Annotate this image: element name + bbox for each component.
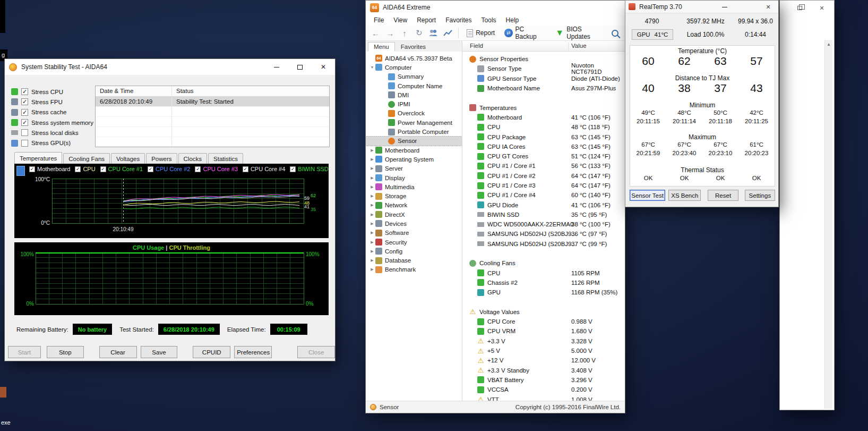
users-icon[interactable] bbox=[428, 29, 439, 37]
tree-item-overclock[interactable]: Overclock bbox=[366, 109, 462, 118]
menu-item-favorites[interactable]: Favorites bbox=[441, 15, 476, 25]
sensor-row-cpu-1-core-4[interactable]: CPU #1 / Core #460 °C (140 °F) bbox=[462, 190, 625, 200]
checkbox[interactable] bbox=[75, 166, 81, 172]
sensor-row-3-3-v-standby[interactable]: ⚠+3.3 V Standby3.408 V bbox=[462, 366, 625, 375]
stress-option-stress-gpu-s[interactable]: Stress GPU(s) bbox=[11, 138, 93, 148]
tree-arrow-icon[interactable]: ▶ bbox=[369, 258, 375, 263]
gpu-temp-box[interactable]: GPU 41°C bbox=[632, 29, 673, 40]
close-button[interactable]: Close bbox=[297, 346, 335, 358]
tree-item-directx[interactable]: ▶DirectX bbox=[366, 210, 462, 219]
tree-item-aida64-v5-75-3937-beta[interactable]: 64AIDA64 v5.75.3937 Beta bbox=[366, 54, 462, 63]
sensor-row-cpu-core[interactable]: CPU Core0.988 V bbox=[462, 317, 625, 326]
menu-item-tools[interactable]: Tools bbox=[477, 15, 501, 25]
sensor-row-5-v[interactable]: ⚠+5 V5.000 V bbox=[462, 346, 625, 356]
tree-item-multimedia[interactable]: ▶Multimedia bbox=[366, 182, 462, 191]
checkbox[interactable] bbox=[290, 166, 296, 172]
log-header-status[interactable]: Status bbox=[172, 86, 329, 96]
stress-option-stress-cpu[interactable]: Stress CPU bbox=[11, 87, 93, 97]
checkbox[interactable] bbox=[21, 98, 28, 105]
refresh-icon[interactable]: ↻ bbox=[414, 28, 425, 38]
sensor-row-cpu-vrm[interactable]: CPU VRM1.680 V bbox=[462, 326, 625, 336]
sensor-row-motherboard-name[interactable]: Motherboard NameAsus Z97M-Plus bbox=[462, 83, 625, 93]
legend-item-biwin-ssd[interactable]: BIWIN SSD bbox=[290, 166, 328, 172]
tree-arrow-icon[interactable]: ▼ bbox=[369, 65, 375, 69]
sensor-row-vtt[interactable]: ⚠VTT1.008 V bbox=[462, 394, 625, 401]
search-icon[interactable] bbox=[612, 30, 618, 37]
desktop-icon[interactable] bbox=[0, 387, 6, 398]
sensor-row-cpu-ia-cores[interactable]: CPU IA Cores63 °C (145 °F) bbox=[462, 142, 625, 151]
tab-temperatures[interactable]: Temperatures bbox=[14, 152, 62, 164]
stress-option-stress-cache[interactable]: Stress cache bbox=[11, 107, 93, 117]
tree-item-summary[interactable]: Summary bbox=[366, 72, 462, 81]
checkbox[interactable] bbox=[148, 166, 153, 172]
legend-item-cpu-core-3[interactable]: CPU Core #3 bbox=[195, 166, 237, 172]
checkbox[interactable] bbox=[243, 166, 248, 172]
tab-cooling-fans[interactable]: Cooling Fans bbox=[63, 153, 110, 164]
sensor-row-cpu[interactable]: CPU48 °C (118 °F) bbox=[462, 122, 625, 132]
xs-bench-button[interactable]: XS Bench bbox=[668, 190, 701, 201]
realtemp-titlebar[interactable]: RealTemp 3.70 ✕ bbox=[625, 1, 778, 13]
reset-button[interactable]: Reset bbox=[708, 190, 738, 201]
tree-arrow-icon[interactable]: ▶ bbox=[369, 240, 375, 244]
tree-item-motherboard[interactable]: ▶Motherboard bbox=[366, 146, 462, 155]
tab-voltages[interactable]: Voltages bbox=[111, 153, 145, 164]
maximize-button[interactable] bbox=[288, 59, 312, 75]
tree-item-database[interactable]: ▶Database bbox=[366, 256, 462, 265]
sensor-row-samsung-hd502hj-s20bj9[interactable]: SAMSUNG HD502HJ (S20BJ9...37 °C (99 °F) bbox=[462, 239, 625, 249]
tree-item-computer[interactable]: ▼Computer bbox=[366, 63, 462, 72]
sensor-row-gpu[interactable]: GPU1168 RPM (35%) bbox=[462, 288, 625, 297]
pc-backup-button[interactable]: ⇄ PC Backup bbox=[501, 24, 549, 42]
tree-item-config[interactable]: ▶Config bbox=[366, 247, 462, 256]
checkbox[interactable] bbox=[29, 166, 35, 172]
save-button[interactable]: Save bbox=[141, 346, 178, 358]
sensor-row-cpu-gt-cores[interactable]: CPU GT Cores51 °C (124 °F) bbox=[462, 151, 625, 161]
menu-item-report[interactable]: Report bbox=[412, 15, 441, 25]
legend-item-cpu-core-1[interactable]: CPU Core #1 bbox=[100, 166, 143, 172]
preferences-button[interactable]: Preferences bbox=[234, 346, 272, 358]
tab-powers[interactable]: Powers bbox=[146, 153, 177, 164]
tree-item-software[interactable]: ▶Software bbox=[366, 229, 462, 238]
sensor-row-biwin-ssd[interactable]: BIWIN SSD35 °C (95 °F) bbox=[462, 210, 625, 219]
close-button[interactable]: ✕ bbox=[759, 1, 777, 13]
tree-item-security[interactable]: ▶Security bbox=[366, 238, 462, 247]
restore-window-button[interactable] bbox=[792, 3, 807, 13]
tree-item-display[interactable]: ▶Display bbox=[366, 173, 462, 182]
minimize-button[interactable] bbox=[716, 1, 734, 13]
sensor-row-cpu[interactable]: CPU1105 RPM bbox=[462, 268, 625, 278]
sensor-row-cpu-1-core-3[interactable]: CPU #1 / Core #364 °C (147 °F) bbox=[462, 181, 625, 190]
sensor-row-12-v[interactable]: ⚠+12 V12.000 V bbox=[462, 356, 625, 365]
menu-item-help[interactable]: Help bbox=[501, 15, 524, 25]
legend-item-cpu-core-4[interactable]: CPU Core #4 bbox=[243, 166, 285, 172]
tab-clocks[interactable]: Clocks bbox=[178, 153, 208, 164]
sensor-row-cpu-package[interactable]: CPU Package63 °C (145 °F) bbox=[462, 132, 625, 141]
sensor-row-vccsa[interactable]: VCCSA0.200 V bbox=[462, 385, 625, 394]
tab-favorites[interactable]: Favorites bbox=[395, 42, 432, 52]
scroll-up-icon[interactable]: ▲ bbox=[825, 40, 832, 47]
sensor-row-gpu-sensor-type[interactable]: GPU Sensor TypeDiode (ATI-Diode) bbox=[462, 74, 625, 83]
up-icon[interactable]: ↑ bbox=[399, 29, 410, 38]
tree-item-computer-name[interactable]: Computer Name bbox=[366, 81, 462, 90]
menu-item-view[interactable]: View bbox=[389, 15, 412, 25]
stop-button[interactable]: Stop bbox=[47, 346, 84, 358]
tree-item-dmi[interactable]: DMI bbox=[366, 90, 462, 99]
start-button[interactable]: Start bbox=[8, 346, 41, 358]
tree-arrow-icon[interactable]: ▶ bbox=[369, 267, 375, 272]
back-icon[interactable]: ← bbox=[370, 29, 381, 38]
stability-titlebar[interactable]: System Stability Test - AIDA64 ✕ bbox=[5, 59, 335, 75]
sensor-test-button[interactable]: Sensor Test bbox=[630, 190, 665, 201]
tree-arrow-icon[interactable]: ▶ bbox=[369, 194, 375, 198]
tree-item-power-management[interactable]: Power Management bbox=[366, 118, 462, 127]
close-button[interactable]: ✕ bbox=[814, 3, 830, 13]
checkbox[interactable] bbox=[195, 166, 201, 172]
sensor-row-cpu-1-core-1[interactable]: CPU #1 / Core #156 °C (133 °F) bbox=[462, 161, 625, 171]
stress-option-stress-system-memory[interactable]: Stress system memory bbox=[11, 117, 93, 128]
minimize-button[interactable] bbox=[265, 59, 288, 75]
tree-item-benchmark[interactable]: ▶Benchmark bbox=[366, 265, 462, 274]
checkbox[interactable] bbox=[21, 140, 28, 147]
tree-arrow-icon[interactable]: ▶ bbox=[369, 176, 375, 180]
report-button[interactable]: Report bbox=[463, 28, 498, 39]
tab-menu[interactable]: Menu bbox=[368, 42, 395, 52]
checkbox[interactable] bbox=[21, 88, 28, 95]
legend-item-cpu-core-2[interactable]: CPU Core #2 bbox=[148, 166, 190, 172]
stress-option-stress-fpu[interactable]: Stress FPU bbox=[11, 97, 93, 107]
